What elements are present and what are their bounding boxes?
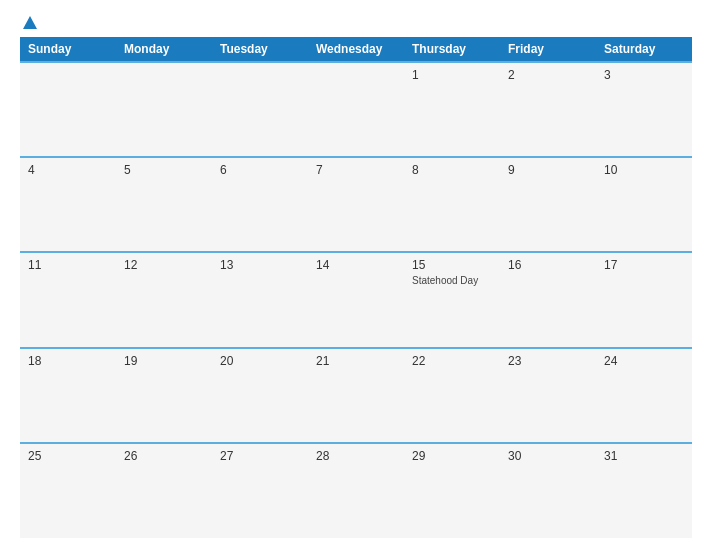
calendar-cell xyxy=(212,62,308,157)
day-number: 2 xyxy=(508,68,588,82)
calendar-cell: 2 xyxy=(500,62,596,157)
calendar-cell: 15Statehood Day xyxy=(404,252,500,347)
day-number: 27 xyxy=(220,449,300,463)
calendar-cell: 11 xyxy=(20,252,116,347)
week-row-3: 1112131415Statehood Day1617 xyxy=(20,252,692,347)
day-number: 16 xyxy=(508,258,588,272)
day-number: 5 xyxy=(124,163,204,177)
week-row-4: 18192021222324 xyxy=(20,348,692,443)
day-number: 28 xyxy=(316,449,396,463)
weekday-header-wednesday: Wednesday xyxy=(308,37,404,62)
day-number: 13 xyxy=(220,258,300,272)
day-number: 11 xyxy=(28,258,108,272)
calendar-cell: 24 xyxy=(596,348,692,443)
calendar-page: SundayMondayTuesdayWednesdayThursdayFrid… xyxy=(0,0,712,550)
calendar-cell: 30 xyxy=(500,443,596,538)
week-row-2: 45678910 xyxy=(20,157,692,252)
header xyxy=(20,16,692,29)
day-number: 15 xyxy=(412,258,492,272)
calendar-cell: 1 xyxy=(404,62,500,157)
day-number: 12 xyxy=(124,258,204,272)
week-row-5: 25262728293031 xyxy=(20,443,692,538)
day-number: 26 xyxy=(124,449,204,463)
logo-triangle-icon xyxy=(23,16,37,29)
day-number: 14 xyxy=(316,258,396,272)
calendar-cell: 21 xyxy=(308,348,404,443)
calendar-cell: 27 xyxy=(212,443,308,538)
calendar-cell: 12 xyxy=(116,252,212,347)
day-number: 3 xyxy=(604,68,684,82)
day-number: 17 xyxy=(604,258,684,272)
calendar-cell: 8 xyxy=(404,157,500,252)
day-number: 1 xyxy=(412,68,492,82)
calendar-cell: 17 xyxy=(596,252,692,347)
calendar-cell: 14 xyxy=(308,252,404,347)
week-row-1: 123 xyxy=(20,62,692,157)
day-number: 24 xyxy=(604,354,684,368)
day-number: 29 xyxy=(412,449,492,463)
day-number: 21 xyxy=(316,354,396,368)
day-number: 30 xyxy=(508,449,588,463)
calendar-cell: 5 xyxy=(116,157,212,252)
calendar-cell xyxy=(20,62,116,157)
calendar-cell: 6 xyxy=(212,157,308,252)
day-number: 22 xyxy=(412,354,492,368)
day-number: 8 xyxy=(412,163,492,177)
calendar-cell: 16 xyxy=(500,252,596,347)
weekday-header-sunday: Sunday xyxy=(20,37,116,62)
day-number: 6 xyxy=(220,163,300,177)
calendar-cell: 10 xyxy=(596,157,692,252)
holiday-label: Statehood Day xyxy=(412,275,492,286)
logo xyxy=(20,16,37,29)
weekday-header-thursday: Thursday xyxy=(404,37,500,62)
calendar-cell: 9 xyxy=(500,157,596,252)
calendar-cell: 13 xyxy=(212,252,308,347)
calendar-cell: 26 xyxy=(116,443,212,538)
day-number: 19 xyxy=(124,354,204,368)
calendar-cell: 22 xyxy=(404,348,500,443)
day-number: 20 xyxy=(220,354,300,368)
calendar-cell: 3 xyxy=(596,62,692,157)
calendar-cell: 4 xyxy=(20,157,116,252)
weekday-header-saturday: Saturday xyxy=(596,37,692,62)
calendar-cell: 23 xyxy=(500,348,596,443)
weekday-header-monday: Monday xyxy=(116,37,212,62)
calendar-cell: 31 xyxy=(596,443,692,538)
weekday-header-friday: Friday xyxy=(500,37,596,62)
calendar-cell: 7 xyxy=(308,157,404,252)
day-number: 4 xyxy=(28,163,108,177)
calendar-cell: 28 xyxy=(308,443,404,538)
calendar-cell: 20 xyxy=(212,348,308,443)
day-number: 7 xyxy=(316,163,396,177)
weekday-header-tuesday: Tuesday xyxy=(212,37,308,62)
calendar-cell xyxy=(308,62,404,157)
day-number: 31 xyxy=(604,449,684,463)
weekday-header-row: SundayMondayTuesdayWednesdayThursdayFrid… xyxy=(20,37,692,62)
day-number: 25 xyxy=(28,449,108,463)
calendar-cell xyxy=(116,62,212,157)
day-number: 9 xyxy=(508,163,588,177)
calendar-cell: 18 xyxy=(20,348,116,443)
calendar-cell: 19 xyxy=(116,348,212,443)
day-number: 23 xyxy=(508,354,588,368)
calendar-cell: 25 xyxy=(20,443,116,538)
calendar-cell: 29 xyxy=(404,443,500,538)
calendar-table: SundayMondayTuesdayWednesdayThursdayFrid… xyxy=(20,37,692,538)
day-number: 10 xyxy=(604,163,684,177)
day-number: 18 xyxy=(28,354,108,368)
